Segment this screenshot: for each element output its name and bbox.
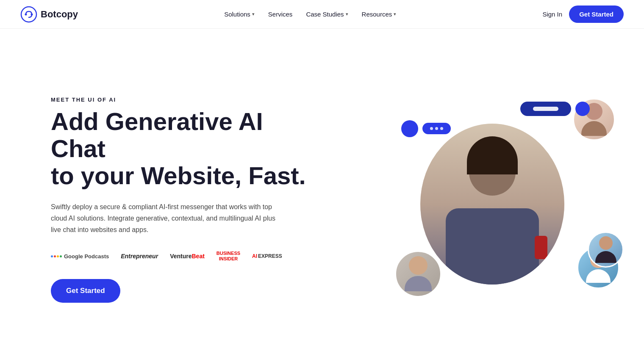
- svg-point-0: [21, 7, 36, 22]
- logo-business-insider: BUSINESSINSIDER: [217, 251, 240, 262]
- chevron-down-icon: ▾: [252, 11, 255, 17]
- logo-google-podcasts: Google Podcasts: [51, 253, 109, 260]
- hero-content: MEET THE UI OF AI Add Generative AI Chat…: [51, 97, 314, 302]
- logo-link[interactable]: Botcopy: [20, 6, 78, 23]
- get-started-hero-button[interactable]: Get Started: [51, 279, 120, 303]
- chevron-down-icon-3: ▾: [394, 11, 396, 17]
- typing-bubble: [422, 123, 451, 134]
- logo-venturebeat: VentureBeat: [170, 253, 205, 260]
- avatar-inner-right: [588, 232, 624, 268]
- hero-description: Swiftly deploy a secure & compliant AI-f…: [51, 201, 280, 236]
- navbar: Botcopy Solutions ▾ Services Case Studie…: [0, 0, 644, 29]
- typing-avatar: [401, 120, 418, 137]
- nav-links: Solutions ▾ Services Case Studies ▾ Reso…: [224, 11, 396, 18]
- nav-case-studies[interactable]: Case Studies ▾: [306, 11, 348, 18]
- signin-button[interactable]: Sign In: [542, 11, 562, 18]
- chevron-down-icon-2: ▾: [346, 11, 348, 17]
- hero-illustration: [386, 90, 624, 310]
- chat-avatar-bubble: [575, 102, 590, 116]
- press-logos: Google Podcasts Entrepreneur VentureBeat…: [51, 251, 314, 262]
- chat-bubble-right: [520, 102, 571, 116]
- chat-bubble-group: [520, 102, 590, 116]
- avatar-bottom-left: [395, 251, 441, 297]
- main-person-circle: [420, 124, 564, 285]
- logo-text: Botcopy: [41, 9, 78, 20]
- nav-solutions[interactable]: Solutions ▾: [224, 11, 255, 18]
- hero-eyebrow: MEET THE UI OF AI: [51, 97, 314, 103]
- nav-actions: Sign In Get Started: [542, 6, 624, 23]
- hero-section: MEET THE UI OF AI Add Generative AI Chat…: [0, 29, 644, 362]
- logo-ai-express: AIEXPRESS: [252, 253, 282, 259]
- svg-point-2: [31, 13, 33, 15]
- logo-entrepreneur: Entrepreneur: [121, 253, 158, 260]
- nav-resources[interactable]: Resources ▾: [362, 11, 397, 18]
- typing-group: [401, 120, 451, 137]
- get-started-nav-button[interactable]: Get Started: [569, 6, 624, 23]
- logo-icon: [20, 6, 37, 23]
- svg-point-1: [25, 13, 27, 15]
- hero-title: Add Generative AI Chat to your Website, …: [51, 108, 314, 189]
- nav-services[interactable]: Services: [268, 11, 293, 18]
